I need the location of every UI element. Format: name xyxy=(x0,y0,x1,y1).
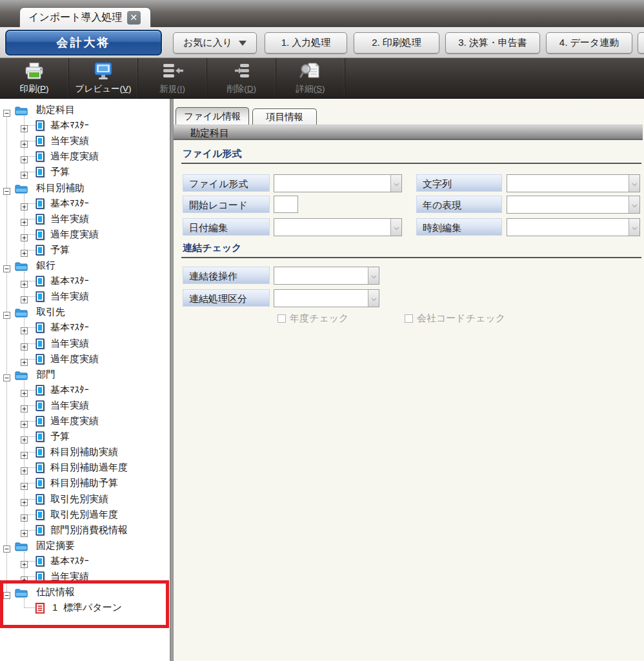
expand-plus-icon[interactable] xyxy=(21,526,28,533)
tree-item-leaf[interactable]: 予算 xyxy=(0,242,170,258)
tree-item-leaf[interactable]: 過年度実績 xyxy=(0,413,170,429)
collapse-minus-icon[interactable] xyxy=(3,308,10,315)
link-field-0-combo-input[interactable] xyxy=(274,267,368,284)
tree-item-leaf[interactable]: 科目別補助予算 xyxy=(0,475,170,491)
combo-dropdown-button[interactable] xyxy=(629,196,639,213)
tree-item-folder[interactable]: 科目別補助 xyxy=(0,180,170,196)
link-field-1-combo-input[interactable] xyxy=(274,290,368,307)
tab-file-info[interactable]: ファイル情報 xyxy=(176,107,249,125)
expand-plus-icon[interactable] xyxy=(21,355,28,362)
menu-button-2[interactable]: 2. 印刷処理 xyxy=(354,32,439,54)
tree-item-leaf[interactable]: 基本ﾏｽﾀｰ xyxy=(0,273,170,289)
close-icon[interactable]: ✕ xyxy=(127,11,141,25)
tree-item-leaf[interactable]: 取引先別過年度 xyxy=(0,507,170,522)
tree-item-leaf[interactable]: 過年度実績 xyxy=(0,227,170,242)
expand-plus-icon[interactable] xyxy=(21,511,28,518)
expand-plus-icon[interactable] xyxy=(21,168,28,175)
tree-item-leaf[interactable]: 基本ﾏｽﾀｰ xyxy=(0,553,170,569)
brand-button[interactable]: 会計大将 xyxy=(5,30,162,56)
field-0-right-combo-input[interactable] xyxy=(507,175,629,192)
menu-button-3[interactable]: 3. 決算・申告書 xyxy=(445,32,540,54)
tree-item-leaf[interactable]: 1標準パターン xyxy=(0,600,170,615)
expand-plus-icon[interactable] xyxy=(21,557,28,564)
toolbar-button-v[interactable]: プレビュー(V) xyxy=(69,58,138,98)
collapse-minus-icon[interactable] xyxy=(3,371,10,378)
combo-dropdown-button[interactable] xyxy=(629,219,639,236)
tree-item-leaf[interactable]: 基本ﾏｽﾀｰ xyxy=(0,320,170,335)
collapse-minus-icon[interactable] xyxy=(3,106,10,113)
expand-plus-icon[interactable] xyxy=(21,432,28,440)
tree-item-leaf[interactable]: 当年実績 xyxy=(0,398,170,413)
combo-dropdown-button[interactable] xyxy=(390,219,401,236)
document-tab[interactable]: インポート導入処理 ✕ xyxy=(19,7,151,27)
tree-item-leaf[interactable]: 基本ﾏｽﾀｰ xyxy=(0,382,170,398)
tree-item-leaf[interactable]: 予算 xyxy=(0,429,170,444)
expand-plus-icon[interactable] xyxy=(21,323,28,330)
tree-item-leaf[interactable]: 部門別消費税情報 xyxy=(0,522,170,538)
expand-plus-icon[interactable] xyxy=(21,277,28,284)
expand-plus-icon[interactable] xyxy=(21,340,28,347)
expand-plus-icon[interactable] xyxy=(21,573,28,580)
expand-plus-icon[interactable] xyxy=(21,137,28,144)
field-2-left-combo-input[interactable] xyxy=(274,219,390,236)
combo-dropdown-button[interactable] xyxy=(368,267,379,284)
combo-dropdown-button[interactable] xyxy=(368,290,379,307)
printer-icon xyxy=(23,61,46,82)
expand-plus-icon[interactable] xyxy=(21,417,28,424)
expand-plus-icon[interactable] xyxy=(21,479,28,486)
tree-item-folder[interactable]: 銀行 xyxy=(0,258,170,273)
expand-plus-icon[interactable] xyxy=(21,495,28,502)
tree-item-folder[interactable]: 固定摘要 xyxy=(0,538,170,553)
menu-button-label: お気に入り xyxy=(183,37,232,49)
expand-plus-icon[interactable] xyxy=(21,292,28,300)
expand-plus-icon[interactable] xyxy=(21,246,28,253)
start-record-input[interactable] xyxy=(274,196,298,213)
expand-plus-icon[interactable] xyxy=(21,448,28,455)
toolbar-button-p[interactable]: 印刷(P) xyxy=(0,58,69,98)
expand-plus-icon[interactable] xyxy=(21,215,28,222)
field-label: 文字列 xyxy=(416,174,502,192)
expand-plus-icon[interactable] xyxy=(21,402,28,409)
tree-item-folder[interactable]: 仕訳情報 xyxy=(0,584,170,600)
collapse-minus-icon[interactable] xyxy=(3,588,10,595)
tree-item-leaf[interactable]: 科目別補助実績 xyxy=(0,444,170,460)
expand-plus-icon[interactable] xyxy=(21,230,28,238)
tab-item-info[interactable]: 項目情報 xyxy=(252,108,317,125)
combo-dropdown-button[interactable] xyxy=(390,175,401,192)
collapse-minus-icon[interactable] xyxy=(3,261,10,269)
collapse-minus-icon[interactable] xyxy=(3,542,10,549)
menu-button-4[interactable]: 4. データ連動 xyxy=(546,32,632,54)
tree-item-leaf[interactable]: 過年度実績 xyxy=(0,148,170,164)
combo-dropdown-button[interactable] xyxy=(629,175,639,192)
checkbox-label: 会社コードチェック xyxy=(417,312,505,325)
tree-item-leaf[interactable]: 予算 xyxy=(0,164,170,179)
tree-item-leaf[interactable]: 基本ﾏｽﾀｰ xyxy=(0,196,170,211)
menu-button-favorites[interactable]: お気に入り xyxy=(173,32,257,54)
field-0-left-combo-input[interactable] xyxy=(274,175,390,192)
expand-plus-icon[interactable] xyxy=(21,199,28,207)
tree-item-folder[interactable]: 勘定科目 xyxy=(0,102,170,117)
menu-button-1[interactable]: 1. 入力処理 xyxy=(265,32,347,54)
field-1-right-combo-input[interactable] xyxy=(507,196,629,213)
tree-item-leaf[interactable]: 当年実績 xyxy=(0,133,170,148)
tree-item-label: 過年度実績 xyxy=(50,148,99,164)
tree-item-folder[interactable]: 取引先 xyxy=(0,304,170,320)
tree-item-leaf[interactable]: 当年実績 xyxy=(0,211,170,227)
expand-plus-icon[interactable] xyxy=(21,121,28,128)
tree-item-leaf[interactable]: 当年実績 xyxy=(0,289,170,304)
expand-plus-icon[interactable] xyxy=(21,463,28,471)
tree-item-leaf[interactable]: 基本ﾏｽﾀｰ xyxy=(0,117,170,133)
menu-button-5[interactable]: 5 xyxy=(638,32,644,54)
tree-item-leaf[interactable]: 科目別補助過年度 xyxy=(0,460,170,475)
tree-item-leaf[interactable]: 当年実績 xyxy=(0,569,170,584)
expand-plus-icon[interactable] xyxy=(21,152,28,159)
expand-plus-icon[interactable] xyxy=(21,386,28,393)
tree-item-leaf[interactable]: 過年度実績 xyxy=(0,351,170,367)
field-2-right-combo-input[interactable] xyxy=(507,219,629,236)
main-panel: ファイル情報項目情報 勘定科目 ファイル形式ファイル形式開始レコード日付編集文字… xyxy=(174,99,644,661)
collapse-minus-icon[interactable] xyxy=(3,184,10,191)
tree-item-leaf[interactable]: 当年実績 xyxy=(0,336,170,351)
tree-item-leaf[interactable]: 取引先別実績 xyxy=(0,491,170,507)
tree-item-folder[interactable]: 部門 xyxy=(0,367,170,382)
tree-item-label: 基本ﾏｽﾀｰ xyxy=(50,196,89,211)
